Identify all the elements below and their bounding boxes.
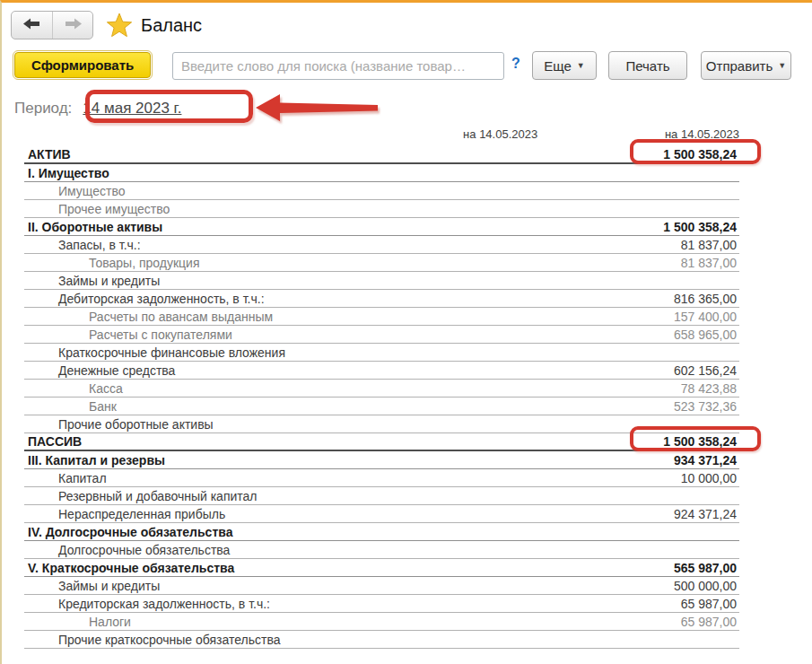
row-label: Прочие оборотные активы — [24, 417, 214, 432]
table-row[interactable]: I. Имущество — [24, 164, 739, 182]
table-row[interactable]: Кредиторская задолженность, в т.ч.:65 98… — [24, 595, 739, 613]
row-label: Банк — [24, 399, 117, 414]
favorite-star-icon[interactable] — [106, 13, 133, 38]
print-button[interactable]: Печать — [608, 51, 687, 80]
row-label: Расчеты с покупателями — [24, 328, 232, 342]
annotation-red-arrow — [256, 93, 378, 127]
row-label: Нераспределенная прибыль — [24, 507, 225, 521]
row-label: Капитал — [24, 471, 107, 485]
row-label: I. Имущество — [24, 166, 109, 180]
table-row[interactable]: Дебиторская задолженность, в т.ч.:816 36… — [24, 290, 739, 308]
table-row[interactable]: ПАССИВ1 500 358,24 — [24, 433, 739, 451]
table-row[interactable]: Имущество — [24, 182, 739, 200]
table-row[interactable]: Налоги65 987,00 — [24, 613, 739, 631]
row-value[interactable]: 65 987,00 — [681, 615, 739, 629]
row-label: Долгосрочные обязательства — [24, 543, 230, 557]
table-row[interactable]: Прочие краткосрочные обязательства — [24, 631, 739, 649]
row-value[interactable]: 78 423,88 — [681, 381, 739, 396]
table-row[interactable]: IV. Долгосрочные обязательства — [24, 523, 739, 541]
row-value[interactable]: 81 837,00 — [681, 256, 739, 270]
table-row[interactable]: Капитал10 000,00 — [24, 469, 739, 487]
more-button-label: Еще — [544, 58, 572, 74]
table-row[interactable]: III. Капитал и резервы934 371,24 — [24, 451, 739, 469]
send-button[interactable]: Отправить ▼ — [701, 51, 791, 80]
row-value[interactable]: 924 371,24 — [674, 507, 739, 521]
table-row[interactable]: Краткосрочные финансовые вложения — [24, 344, 739, 362]
table-row[interactable]: Займы и кредиты500 000,00 — [24, 577, 739, 595]
row-value[interactable]: 81 837,00 — [681, 238, 739, 252]
row-label: ПАССИВ — [24, 434, 82, 449]
row-label: Расчеты по авансам выданным — [24, 310, 273, 324]
row-value[interactable]: 65 987,00 — [681, 597, 739, 611]
page-title: Баланс — [141, 15, 202, 36]
row-value[interactable]: 816 365,00 — [674, 292, 739, 306]
row-value[interactable]: 157 400,00 — [674, 310, 739, 324]
column-header-date-1: на 14.05.2023 — [24, 127, 537, 141]
table-row[interactable]: Касса78 423,88 — [24, 380, 739, 398]
row-label: Прочие краткосрочные обязательства — [24, 633, 281, 647]
row-label: Дебиторская задолженность, в т.ч.: — [24, 292, 265, 306]
back-arrow-icon — [23, 18, 40, 32]
table-row[interactable]: Прочие оборотные активы — [24, 415, 739, 433]
table-row[interactable]: Денежные средства602 156,24 — [24, 362, 739, 380]
send-button-label: Отправить — [706, 58, 773, 74]
generate-button[interactable]: Сформировать — [14, 52, 151, 78]
table-row[interactable]: Займы и кредиты — [24, 272, 739, 290]
report-header: на 14.05.2023 на 14.05.2023 — [24, 127, 739, 146]
row-value[interactable]: 1 500 358,24 — [663, 220, 739, 234]
row-value[interactable]: 1 500 358,24 — [663, 147, 739, 162]
generate-button-outline: Сформировать — [13, 50, 153, 80]
forward-arrow-icon — [65, 18, 82, 32]
period-label: Период: — [14, 100, 72, 118]
table-row[interactable]: Запасы, в т.ч.:81 837,00 — [24, 236, 739, 254]
table-row[interactable]: II. Оборотные активы1 500 358,24 — [24, 218, 739, 236]
table-row[interactable]: Товары, продукция81 837,00 — [24, 254, 739, 272]
column-header-date-2: на 14.05.2023 — [537, 127, 739, 141]
row-label: IV. Долгосрочные обязательства — [24, 525, 232, 539]
print-button-label: Печать — [625, 58, 669, 74]
row-value[interactable]: 1 500 358,24 — [663, 434, 739, 449]
forward-button[interactable] — [52, 12, 92, 39]
period-date-link[interactable]: 14 мая 2023 г. — [83, 100, 181, 118]
table-row[interactable]: Банк523 732,36 — [24, 398, 739, 415]
table-row[interactable]: Нераспределенная прибыль924 371,24 — [24, 505, 739, 523]
table-row[interactable]: Прочее имущество — [24, 200, 739, 218]
row-label: III. Капитал и резервы — [24, 453, 165, 467]
row-label: V. Краткосрочные обязательства — [24, 561, 234, 575]
balance-report: на 14.05.2023 на 14.05.2023 АКТИВ1 500 3… — [24, 127, 739, 649]
search-input[interactable] — [172, 52, 504, 80]
row-label: Прочее имущество — [24, 202, 170, 216]
back-button[interactable] — [12, 12, 52, 39]
row-label: Имущество — [24, 184, 125, 198]
row-label: Запасы, в т.ч.: — [24, 238, 141, 252]
history-nav-group — [11, 11, 93, 39]
row-label: Резервный и добавочный капитал — [24, 489, 258, 503]
row-value[interactable]: 565 987,00 — [674, 561, 739, 575]
app-window: Баланс Сформировать ? Еще ▼ Печать Отпра… — [0, 0, 812, 664]
row-value[interactable]: 658 965,00 — [674, 328, 739, 342]
row-value[interactable]: 934 371,24 — [674, 453, 739, 467]
table-row[interactable]: Расчеты по авансам выданным157 400,00 — [24, 308, 739, 326]
row-value[interactable]: 500 000,00 — [674, 579, 739, 593]
period-row: Период: 14 мая 2023 г. — [14, 93, 181, 124]
toolbar: Сформировать ? Еще ▼ Печать Отправить ▼ — [2, 50, 812, 83]
table-row[interactable]: Резервный и добавочный капитал — [24, 487, 739, 505]
row-label: Денежные средства — [24, 363, 175, 378]
table-row[interactable]: V. Краткосрочные обязательства565 987,00 — [24, 559, 739, 577]
row-value[interactable]: 602 156,24 — [674, 363, 739, 378]
row-label: Займы и кредиты — [24, 274, 160, 288]
row-label: Краткосрочные финансовые вложения — [24, 345, 285, 360]
row-label: Касса — [24, 381, 123, 396]
table-row[interactable]: Долгосрочные обязательства — [24, 541, 739, 559]
table-row[interactable]: Расчеты с покупателями658 965,00 — [24, 326, 739, 344]
row-label: Налоги — [24, 615, 131, 629]
row-label: II. Оборотные активы — [24, 220, 162, 234]
table-row[interactable]: АКТИВ1 500 358,24 — [24, 146, 739, 164]
help-link[interactable]: ? — [511, 56, 520, 72]
chevron-down-icon: ▼ — [778, 62, 786, 70]
nav-row: Баланс — [11, 11, 202, 39]
row-value[interactable]: 10 000,00 — [681, 471, 739, 485]
more-button[interactable]: Еще ▼ — [532, 51, 597, 80]
row-value[interactable]: 523 732,36 — [674, 399, 739, 414]
row-label: Кредиторская задолженность, в т.ч.: — [24, 597, 270, 611]
